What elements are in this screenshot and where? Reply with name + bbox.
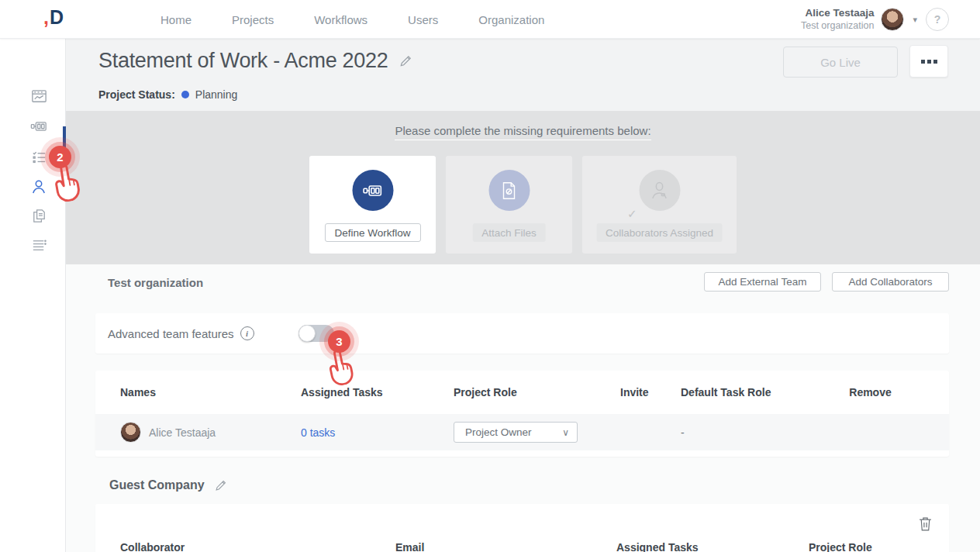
nav-workflows[interactable]: Workflows [314,13,368,26]
sidebar-item-activity-log[interactable] [24,232,53,258]
add-collaborators-button[interactable]: Add Collaborators [832,272,949,292]
logo-letter: D [50,6,64,28]
requirement-card-attach-files: Attach Files [446,156,572,254]
check-icon: ✓ [627,207,637,221]
list-lines-icon [30,236,48,254]
requirements-message: Please complete the missing requirements… [66,124,980,137]
column-header-assigned-tasks: Assigned Tasks [301,386,454,398]
guest-company-heading: Guest Company [109,478,205,492]
nav-users[interactable]: Users [408,13,438,26]
status-dot-icon [181,91,189,98]
sidebar-item-dashboard[interactable] [24,83,53,109]
file-circle [488,170,530,211]
user-name: Alice Testaaja [801,7,875,20]
column-header-project-role: Project Role [809,541,924,552]
member-avatar [120,422,141,443]
column-header-invite: Invite [620,386,681,398]
add-external-team-button[interactable]: Add External Team [704,272,821,292]
project-status-value: Planning [195,88,238,101]
edit-guest-company-pencil-icon[interactable] [214,478,228,492]
hand-pointer-icon [46,160,88,204]
tutorial-step-badge-3: 3 [328,330,350,353]
requirement-cards: Define Workflow Attach Files [66,156,980,254]
workflow-icon [362,181,384,201]
collaborators-assigned-button[interactable]: Collaborators Assigned [596,223,723,242]
person-circle [639,170,680,211]
members-table-header: Names Assigned Tasks Project Role Invite… [95,371,949,414]
table-row: Alice Testaaja 0 tasks Project Owner ∨ - [95,414,949,450]
guest-table-header: Collaborator Email Assigned Tasks Projec… [95,541,949,552]
nav-home[interactable]: Home [160,13,192,26]
members-table: Names Assigned Tasks Project Role Invite… [95,371,949,457]
guest-company-table: Collaborator Email Assigned Tasks Projec… [95,504,949,552]
logo-accent: , [43,6,49,28]
team-section: Test organization Add External Team Add … [66,264,980,552]
user-menu[interactable]: Alice Testaaja Test organization ▾ ? [801,0,949,39]
sidebar-item-workflows[interactable] [24,113,53,140]
advanced-features-card: Advanced team features i [95,313,949,354]
dot-icon [927,60,931,64]
workflow-icon [29,118,48,135]
chevron-down-icon: ∨ [562,427,569,438]
user-info: Alice Testaaja Test organization [801,7,875,33]
edit-title-pencil-icon[interactable] [399,53,413,68]
column-header-default-task-role: Default Task Role [681,386,816,398]
dot-icon [933,60,937,64]
missing-requirements-banner: Please complete the missing requirements… [66,111,980,264]
left-sidebar [0,39,66,552]
user-icon [29,178,48,196]
column-header-project-role: Project Role [454,386,620,398]
column-header-names: Names [120,386,301,398]
nav-organization[interactable]: Organization [478,13,544,26]
nav-projects[interactable]: Projects [232,13,274,26]
column-header-email: Email [395,541,616,552]
page-header-section: Statement of Work - Acme 2022 Project St… [66,39,980,111]
column-header-collaborator: Collaborator [120,541,395,552]
project-status-label: Project Status: [98,88,175,101]
dot-icon [921,60,925,64]
requirement-card-collaborators-assigned: ✓ Collaborators Assigned [582,156,737,254]
default-task-role-cell: - [681,426,816,439]
define-workflow-button[interactable]: Define Workflow [324,223,420,242]
more-options-button[interactable] [909,45,948,78]
member-name: Alice Testaaja [149,426,216,439]
chevron-down-icon[interactable]: ▾ [911,15,919,25]
workflow-circle [352,170,393,211]
task-list-icon [30,149,48,167]
sidebar-item-documents[interactable] [24,202,53,229]
user-organization: Test organization [801,20,875,33]
organization-heading: Test organization [108,276,203,289]
company-logo[interactable]: ,D [43,6,64,29]
tutorial-step-badge-2: 2 [49,146,71,168]
info-icon[interactable]: i [240,326,254,340]
documents-icon [30,207,48,225]
assigned-tasks-link[interactable]: 0 tasks [301,426,335,439]
page-title: Statement of Work - Acme 2022 [98,49,388,73]
user-avatar[interactable] [881,8,904,31]
dashboard-icon [30,88,48,105]
toggle-knob [298,325,316,342]
help-icon[interactable]: ? [926,8,949,31]
column-header-assigned-tasks: Assigned Tasks [616,541,809,552]
requirement-card-define-workflow: Define Workflow [309,156,436,254]
delete-guest-company-trash-icon[interactable] [919,516,932,531]
top-navigation-bar: ,D Home Projects Workflows Users Organiz… [0,0,980,39]
person-icon [648,179,671,202]
main-nav: Home Projects Workflows Users Organizati… [160,0,544,39]
file-link-icon [499,180,519,202]
column-header-remove: Remove [816,386,924,398]
attach-files-button[interactable]: Attach Files [472,223,546,242]
go-live-button[interactable]: Go Live [783,47,898,78]
project-role-select[interactable]: Project Owner ∨ [454,422,578,443]
advanced-features-label: Advanced team features [108,327,234,340]
project-role-value: Project Owner [465,426,532,438]
